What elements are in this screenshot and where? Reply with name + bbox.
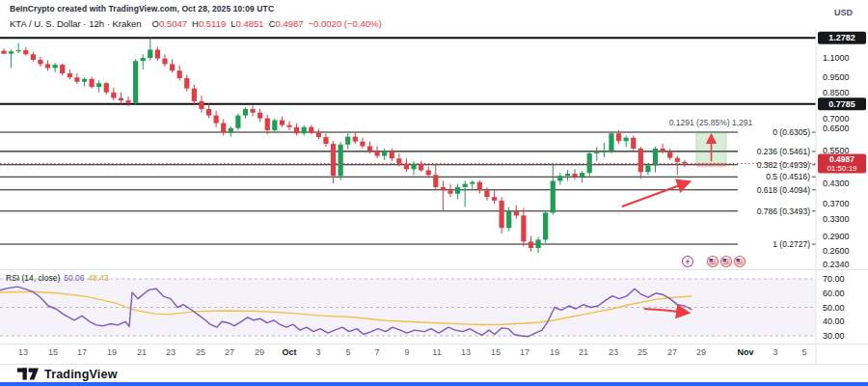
candle-body bbox=[16, 50, 21, 51]
svg-text:5: 5 bbox=[801, 347, 806, 357]
candle-body bbox=[31, 54, 36, 60]
candle-body bbox=[433, 175, 438, 187]
candle-body bbox=[667, 152, 672, 157]
svg-text:0.7000: 0.7000 bbox=[823, 114, 850, 124]
fib-retracement[interactable]: 0 (0.6305)0.236 (0.5461)0.382 (0.4939)0.… bbox=[0, 127, 816, 249]
candle-body bbox=[353, 137, 358, 142]
high-label: H bbox=[192, 18, 199, 29]
svg-text:0.3700: 0.3700 bbox=[823, 199, 850, 208]
svg-text:0.2900: 0.2900 bbox=[823, 232, 850, 241]
long-position-box[interactable]: 0.1291 (25.85%) 1,291 bbox=[669, 118, 753, 167]
flag-event-icon[interactable] bbox=[735, 257, 746, 267]
rsi-ma-value: 48.43 bbox=[89, 273, 109, 283]
svg-text:30.00: 30.00 bbox=[823, 331, 845, 341]
candle-body bbox=[500, 201, 504, 228]
candle-body bbox=[426, 171, 431, 176]
candlestick-series[interactable] bbox=[1, 38, 687, 253]
svg-text:9: 9 bbox=[404, 347, 409, 357]
candle-body bbox=[133, 61, 138, 103]
event-icons[interactable] bbox=[683, 257, 746, 267]
svg-text:15: 15 bbox=[48, 347, 58, 357]
bottom-accent-strip bbox=[0, 382, 868, 386]
svg-text:0.9500: 0.9500 bbox=[823, 72, 850, 82]
footer-bar: TradingView bbox=[0, 364, 868, 383]
candle-body bbox=[557, 176, 562, 180]
candle-body bbox=[272, 121, 277, 130]
candle-body bbox=[221, 124, 226, 133]
candle-body bbox=[184, 78, 189, 89]
close-label: C bbox=[269, 18, 276, 29]
close-value: 0.4987 bbox=[276, 18, 304, 29]
candle-body bbox=[170, 64, 175, 70]
flag-event-icon[interactable] bbox=[708, 257, 719, 267]
svg-text:1 (0.2727): 1 (0.2727) bbox=[773, 239, 810, 249]
horizontal-level-lines[interactable] bbox=[0, 38, 816, 104]
flag-event-icon[interactable] bbox=[721, 257, 732, 267]
candle-body bbox=[470, 182, 475, 184]
candle-body bbox=[404, 164, 409, 170]
candle-body bbox=[331, 144, 336, 176]
svg-text:50.00: 50.00 bbox=[823, 303, 845, 313]
candle-body bbox=[551, 180, 556, 212]
svg-text:11: 11 bbox=[432, 347, 441, 357]
svg-text:21: 21 bbox=[137, 347, 147, 357]
trend-arrow[interactable] bbox=[622, 182, 688, 207]
candle-body bbox=[390, 151, 394, 158]
symbol-info-bar[interactable]: KTA / U. S. Dollar · 12h · KrakenO0.5047… bbox=[10, 18, 382, 29]
candle-body bbox=[631, 138, 636, 149]
candle-body bbox=[616, 133, 621, 141]
svg-text:21: 21 bbox=[579, 347, 588, 357]
svg-text:0.4300: 0.4300 bbox=[823, 179, 850, 188]
candle-body bbox=[535, 239, 540, 248]
svg-text:17: 17 bbox=[520, 347, 529, 357]
chart-canvas[interactable]: 0 (0.6305)0.236 (0.5461)0.382 (0.4939)0.… bbox=[0, 0, 868, 386]
svg-text:29: 29 bbox=[255, 347, 264, 357]
candle-body bbox=[419, 164, 423, 171]
svg-text:23: 23 bbox=[166, 347, 176, 357]
candle-body bbox=[148, 49, 152, 58]
candle-body bbox=[484, 190, 489, 197]
svg-text:27: 27 bbox=[667, 347, 677, 357]
svg-text:0.236 (0.5461): 0.236 (0.5461) bbox=[757, 147, 810, 156]
candle-body bbox=[243, 109, 248, 116]
candle-body bbox=[514, 210, 519, 215]
candle-body bbox=[345, 137, 350, 145]
candle-body bbox=[23, 50, 28, 54]
symbol-title: KTA / U. S. Dollar · 12h · Kraken bbox=[10, 18, 142, 29]
candle-body bbox=[104, 83, 109, 92]
candle-body bbox=[360, 142, 365, 147]
open-label: O bbox=[152, 18, 159, 29]
candle-body bbox=[125, 100, 130, 103]
high-value: 0.5119 bbox=[199, 18, 226, 29]
svg-text:0.6500: 0.6500 bbox=[823, 124, 850, 133]
tradingview-logo[interactable]: TradingView bbox=[17, 368, 118, 381]
svg-text:3: 3 bbox=[773, 347, 777, 357]
svg-text:Nov: Nov bbox=[737, 347, 753, 357]
candle-body bbox=[339, 145, 343, 176]
candle-body bbox=[506, 210, 511, 228]
candle-body bbox=[653, 149, 658, 165]
candle-body bbox=[53, 65, 58, 68]
candle-body bbox=[521, 215, 526, 241]
candle-body bbox=[441, 187, 446, 190]
tradingview-logo-icon bbox=[17, 368, 39, 380]
rsi-indicator-label[interactable]: RSI (14, close)50.0648.43 bbox=[6, 273, 109, 283]
time-axis-labels[interactable]: 131517192123252729Oct3579111315171921232… bbox=[18, 347, 807, 357]
currency-label: USD bbox=[834, 8, 853, 17]
candle-body bbox=[45, 64, 50, 68]
candle-body bbox=[294, 127, 299, 133]
svg-text:15: 15 bbox=[491, 347, 501, 357]
candle-body bbox=[1, 51, 6, 54]
candle-body bbox=[367, 146, 372, 151]
svg-text:0.382 (0.4939): 0.382 (0.4939) bbox=[757, 160, 810, 170]
price-axis-labels[interactable]: 1.10000.95000.85000.70000.65000.55000.43… bbox=[823, 53, 850, 341]
svg-text:0.4987: 0.4987 bbox=[829, 154, 854, 164]
candle-body bbox=[543, 212, 548, 239]
candle-body bbox=[286, 125, 291, 127]
candle-body bbox=[411, 164, 416, 170]
candle-body bbox=[177, 70, 182, 78]
lightning-event-icon[interactable] bbox=[683, 257, 693, 267]
candle-body bbox=[309, 127, 313, 133]
candle-body bbox=[155, 49, 160, 58]
candle-body bbox=[463, 184, 468, 187]
